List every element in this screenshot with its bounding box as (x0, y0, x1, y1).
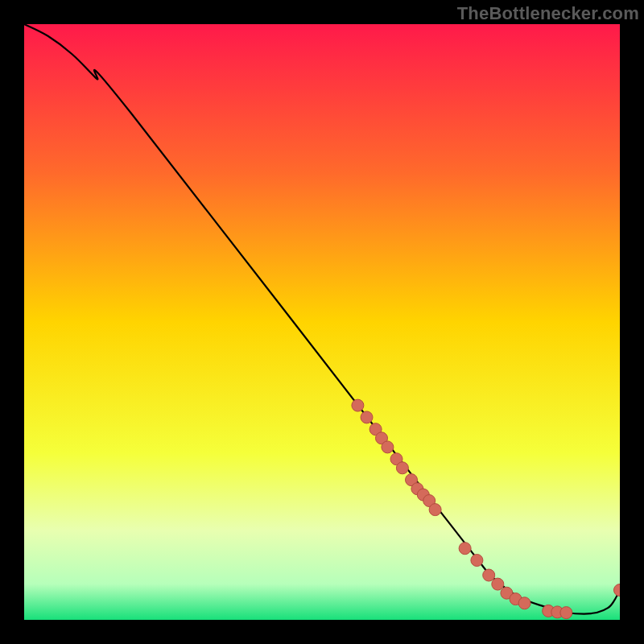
watermark-text: TheBottlenecker.com (457, 3, 639, 24)
plot-area (24, 24, 620, 620)
data-marker (352, 399, 364, 411)
data-marker (396, 462, 408, 474)
data-marker (382, 441, 394, 453)
plot-svg (24, 24, 620, 620)
chart-frame: TheBottlenecker.com (0, 0, 644, 644)
data-marker (483, 569, 495, 581)
data-marker (560, 607, 572, 619)
data-marker (492, 578, 504, 590)
data-marker (518, 597, 530, 609)
data-marker (471, 555, 483, 567)
data-marker (361, 411, 373, 423)
data-marker (459, 543, 471, 555)
gradient-background (24, 24, 620, 620)
data-marker (429, 504, 441, 516)
